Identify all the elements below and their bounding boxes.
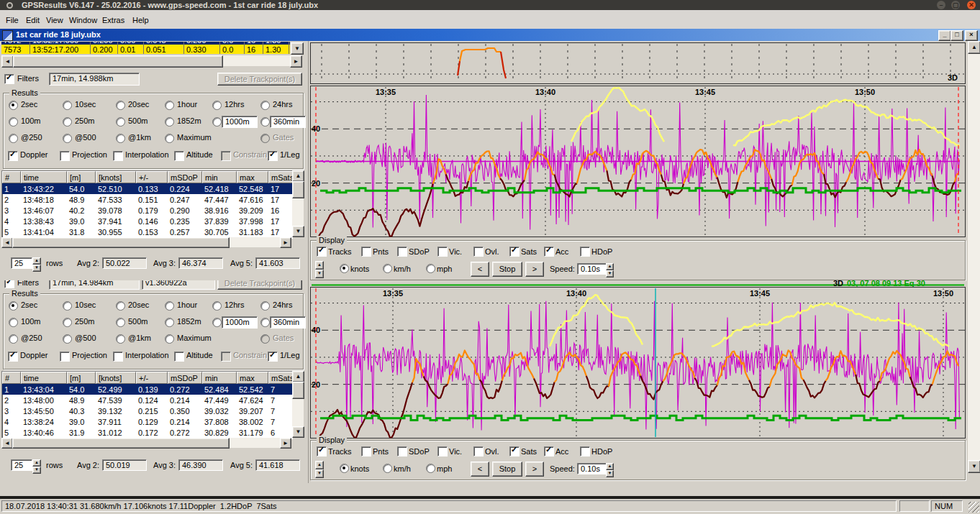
column-header-[interactable]: # (2, 171, 21, 183)
spinner-down-icon[interactable]: ▼ (315, 469, 324, 478)
scroll-thumb[interactable] (292, 382, 304, 399)
radio-1hour[interactable] (165, 101, 174, 110)
resize-grip-icon[interactable] (968, 502, 979, 513)
checkbox-projection[interactable] (60, 352, 70, 362)
radio-unit-kmh[interactable] (383, 264, 392, 273)
rows-spinner[interactable]: ▲▼ (32, 459, 41, 471)
scroll-up-icon[interactable]: ▲ (292, 371, 304, 382)
checkbox-1leg[interactable]: ✓ (268, 151, 278, 161)
checkbox-sats[interactable]: ✓ (509, 446, 520, 456)
table-row[interactable]: 313:46:0740.239.0780.1790.29038.91639.20… (2, 205, 292, 216)
menu-help[interactable]: Help (132, 16, 149, 24)
table-vscrollbar[interactable]: ▲▼ (292, 371, 304, 438)
document-titlebar[interactable]: 1st car ride 18 july.ubx _ □ × (0, 29, 980, 41)
checkbox-pnts[interactable] (361, 247, 371, 257)
column-header-min[interactable]: min (202, 372, 237, 384)
checkbox-interpolation[interactable] (113, 151, 123, 161)
column-header-m[interactable]: [m] (67, 372, 96, 384)
menu-view[interactable]: View (46, 16, 63, 24)
checkbox-constrain[interactable] (221, 352, 231, 362)
checkbox-constrain[interactable] (221, 151, 231, 161)
checkbox-acc[interactable]: ✓ (544, 446, 554, 456)
radio-10sec[interactable] (63, 101, 72, 110)
option-input-360min[interactable]: 360min (270, 316, 306, 329)
checkbox-vic[interactable] (437, 446, 448, 456)
radio-250[interactable] (9, 334, 18, 344)
table-row[interactable]: 113:43:2254.052.5100.1330.22452.41852.54… (2, 183, 292, 194)
column-header-min[interactable]: min (202, 171, 237, 183)
scroll-down-icon[interactable]: ▼ (292, 226, 304, 237)
checkbox-doppler[interactable]: ✓ (8, 151, 18, 161)
results-table[interactable]: #time[m][knots]+/-mSDoPminmaxmSats113:43… (1, 170, 304, 247)
checkbox-pnts[interactable] (361, 446, 371, 456)
trackpoint-hscrollbar[interactable]: ◄ ► (1, 55, 302, 66)
radio-1000m[interactable] (212, 318, 222, 327)
spinner-up-icon[interactable]: ▲ (606, 463, 614, 470)
spinner-down-icon[interactable]: ▼ (32, 467, 41, 474)
scroll-left-icon[interactable]: ◄ (1, 237, 13, 248)
radio-2sec[interactable] (9, 101, 18, 110)
speed-spinner[interactable]: ▲▼ (606, 463, 614, 474)
radio-1km[interactable] (116, 334, 125, 344)
spinner-up-icon[interactable]: ▲ (315, 261, 324, 270)
scroll-up-icon[interactable]: ▲ (292, 170, 304, 182)
radio-24hrs[interactable] (260, 301, 270, 311)
radio-unit-kmh[interactable] (383, 464, 392, 473)
filters-checkbox[interactable]: ✓ (4, 280, 14, 288)
radio-gates[interactable] (260, 334, 270, 344)
radio-250m[interactable] (63, 117, 72, 127)
table-row[interactable]: 513:41:0431.830.9550.1530.25730.70531.18… (2, 226, 292, 237)
scroll-thumb[interactable] (12, 438, 230, 449)
speed-value-field[interactable]: 0.10s (577, 463, 609, 474)
radio-250[interactable] (9, 134, 18, 143)
radio-250m[interactable] (63, 318, 72, 327)
radio-maximum[interactable] (165, 134, 174, 143)
trackpoint-row[interactable]: 757313:52:17.2000.2000.010.0510.3300.016… (1, 45, 290, 54)
column-header-knots[interactable]: [knots] (96, 372, 136, 384)
close-button[interactable]: ✕ (967, 1, 976, 9)
radio-100m[interactable] (9, 318, 18, 327)
radio-12hrs[interactable] (212, 101, 222, 110)
radio-360min[interactable] (260, 117, 270, 127)
option-input-1000m[interactable]: 1000m (222, 116, 258, 128)
scroll-down-icon[interactable]: ▼ (292, 426, 304, 438)
trackpoint-scroll-down-icon[interactable]: ▼ (291, 42, 304, 55)
spinner-up-icon[interactable]: ▲ (315, 461, 324, 469)
menu-file[interactable]: File (6, 16, 19, 24)
column-header-[interactable]: +/- (136, 372, 168, 384)
table-vscrollbar[interactable]: ▲▼ (292, 170, 304, 237)
column-header-max[interactable]: max (237, 171, 268, 183)
checkbox-hdop[interactable] (580, 446, 590, 456)
radio-unit-mph[interactable] (426, 464, 435, 473)
checkbox-altitude[interactable] (174, 151, 184, 161)
checkbox-acc[interactable]: ✓ (544, 247, 554, 257)
radio-unit-knots[interactable] (340, 264, 349, 273)
step-back-button[interactable]: < (471, 462, 489, 477)
table-row[interactable]: 413:38:4339.037.9410.1460.23537.83937.99… (2, 216, 292, 226)
chart-scale-spinner[interactable]: ▲▼ (315, 261, 324, 275)
rows-spinner[interactable]: ▲▼ (32, 257, 41, 269)
speed-value-field[interactable]: 0.10s (577, 263, 609, 275)
checkbox-projection[interactable] (60, 151, 70, 161)
step-forward-button[interactable]: > (525, 262, 544, 277)
radio-2sec[interactable] (9, 301, 18, 311)
filters-checkbox[interactable]: ✓ (4, 74, 14, 84)
column-header-msdop[interactable]: mSDoP (168, 171, 202, 183)
stop-button[interactable]: Stop (492, 462, 522, 477)
radio-1000m[interactable] (212, 117, 222, 127)
rows-count-field[interactable]: 25 (11, 459, 32, 471)
radio-gates[interactable] (260, 134, 270, 143)
column-header-max[interactable]: max (237, 372, 268, 384)
spinner-down-icon[interactable]: ▼ (315, 270, 324, 278)
trackpoint-table[interactable]: 757213:52:17.0000.2000.000.0480.2990.016… (1, 42, 290, 54)
table-row[interactable]: 213:48:0048.947.5390.1240.21447.44947.62… (2, 395, 292, 405)
checkbox-tracks[interactable]: ✓ (317, 247, 327, 257)
delete-trackpoints-button[interactable]: Delete Trackpoint(s) (217, 280, 302, 290)
minimize-button[interactable]: – (937, 1, 945, 9)
menu-edit[interactable]: Edit (26, 16, 40, 24)
scroll-up-icon[interactable]: ▲ (968, 41, 980, 54)
maximize-button[interactable]: ▢ (951, 1, 960, 9)
checkbox-interpolation[interactable] (113, 352, 123, 362)
spinner-up-icon[interactable]: ▲ (32, 257, 41, 265)
column-header-time[interactable]: time (21, 372, 67, 384)
